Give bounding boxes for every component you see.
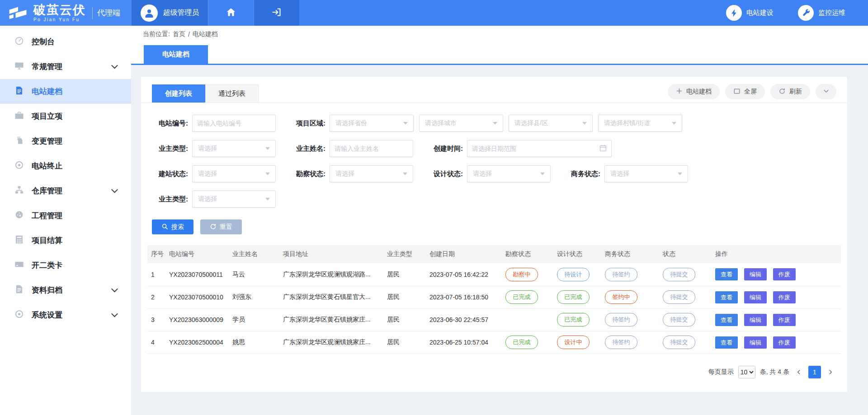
void-button[interactable]: 作废	[773, 336, 796, 349]
sidebar-item-station-termination[interactable]: 电站终止	[0, 154, 131, 178]
fullscreen-button[interactable]: 全屏	[725, 84, 765, 99]
view-button[interactable]: 查看	[715, 291, 738, 303]
sidebar-item-console[interactable]: 控制台	[0, 29, 131, 54]
tab-station-filing[interactable]: 电站建档	[144, 45, 208, 64]
city-select[interactable]: 请选择城市	[419, 115, 503, 132]
nav-monitor-ops[interactable]: 监控运维	[798, 5, 845, 21]
sidebar-item-type2-card[interactable]: 开二类卡	[0, 253, 131, 278]
owner-name-input[interactable]	[330, 140, 413, 157]
business-status-badge: 待签约	[605, 336, 637, 349]
chevron-down-icon	[110, 285, 119, 295]
home-button[interactable]	[208, 0, 254, 26]
divider	[92, 7, 93, 19]
breadcrumb: 当前位置: 首页 / 电站建档	[131, 26, 868, 43]
survey-status-select[interactable]: 请选择	[330, 165, 413, 182]
region-label: 项目区域:	[289, 119, 326, 128]
chevron-down-icon	[110, 310, 119, 320]
wrench-icon	[798, 5, 814, 21]
status-badge: 待提交	[663, 336, 695, 349]
sidebar: 控制台 常规管理 电站建档 项目立项	[0, 26, 131, 415]
caret-down-icon	[265, 173, 270, 175]
design-status-label: 设计状态:	[427, 170, 463, 178]
add-station-button[interactable]: 电站建档	[668, 84, 720, 99]
plus-icon	[676, 88, 683, 96]
sidebar-item-system-settings[interactable]: 系统设置	[0, 303, 131, 327]
edit-button[interactable]: 编辑	[744, 314, 767, 326]
business-status-select[interactable]: 请选择	[604, 165, 688, 182]
design-status-badge: 已完成	[557, 313, 590, 326]
province-select[interactable]: 请选择省份	[330, 115, 414, 132]
logout-button[interactable]	[254, 0, 299, 26]
survey-status-badge: 勘察中	[505, 268, 538, 281]
user-menu[interactable]: 超级管理员	[131, 0, 208, 26]
view-button[interactable]: 查看	[715, 336, 738, 349]
monitor-icon	[14, 61, 24, 72]
void-button[interactable]: 作废	[773, 291, 796, 303]
void-button[interactable]: 作废	[773, 268, 796, 280]
document-icon	[14, 86, 24, 97]
reset-icon	[210, 223, 217, 231]
town-select[interactable]: 请选择村镇/街道	[598, 115, 682, 132]
sidebar-item-project-initiation[interactable]: 项目立项	[0, 104, 131, 129]
sidebar-item-warehouse-mgmt[interactable]: 仓库管理	[0, 178, 131, 203]
view-button[interactable]: 查看	[715, 268, 738, 280]
search-button[interactable]: 搜索	[152, 219, 193, 234]
chevron-down-icon	[110, 186, 119, 196]
nav-station-build[interactable]: 电站建设	[726, 5, 774, 21]
sidebar-item-data-archive[interactable]: 资料归档	[0, 278, 131, 303]
sidebar-item-project-settlement[interactable]: 项目结算	[0, 228, 131, 253]
tab-passed-list[interactable]: 通过列表	[205, 84, 259, 103]
credit-card-icon	[14, 260, 24, 271]
sidebar-item-change-mgmt[interactable]: 变更管理	[0, 129, 131, 154]
breadcrumb-separator: /	[188, 31, 190, 38]
refresh-button[interactable]: 刷新	[770, 84, 810, 99]
owner-type-select[interactable]: 请选择	[192, 140, 276, 157]
county-select[interactable]: 请选择县/区	[509, 115, 593, 132]
date-range-input[interactable]	[467, 140, 612, 157]
caret-down-icon	[672, 122, 676, 125]
reset-button[interactable]: 重置	[200, 219, 242, 234]
prev-page-button[interactable]	[794, 369, 804, 375]
chevron-down-icon	[823, 88, 830, 96]
caret-down-icon	[540, 173, 545, 175]
station-no-input[interactable]	[192, 115, 276, 132]
survey-status-badge: 已完成	[505, 336, 538, 349]
caret-down-icon	[403, 173, 407, 175]
breadcrumb-home-link[interactable]: 首页	[173, 30, 185, 38]
station-no-label: 电站编号:	[152, 119, 188, 128]
caret-down-icon	[265, 198, 270, 201]
build-status-select[interactable]: 请选择	[192, 165, 276, 182]
owner-name-label: 业主姓名:	[289, 145, 326, 153]
total-label: 条, 共 4 条	[760, 368, 789, 376]
edit-button[interactable]: 编辑	[744, 268, 767, 280]
collapse-toolbar-button[interactable]	[816, 84, 836, 99]
next-page-button[interactable]	[826, 369, 835, 375]
portal-label: 代理端	[97, 8, 120, 18]
view-button[interactable]: 查看	[715, 314, 738, 326]
per-page-select[interactable]: 10	[738, 366, 755, 378]
business-status-badge: 签约中	[605, 290, 637, 304]
edit-button[interactable]: 编辑	[744, 291, 767, 303]
stop-circle-icon	[14, 160, 24, 172]
owner-type2-select[interactable]: 请选择	[192, 191, 276, 208]
edit-button[interactable]: 编辑	[744, 336, 767, 349]
settings-disc-icon	[14, 309, 24, 321]
lightning-icon	[726, 5, 742, 21]
owner-type2-label: 业主类型:	[152, 195, 188, 204]
copy-files-icon	[14, 135, 24, 147]
gauge-icon	[14, 36, 24, 47]
breadcrumb-current: 电站建档	[193, 30, 218, 38]
sidebar-item-general-mgmt[interactable]: 常规管理	[0, 54, 131, 79]
table-row: 1 YX2023070500011 马云 广东深圳龙华区观澜镇观湖路... 居民…	[147, 263, 841, 286]
page-number-current[interactable]: 1	[808, 366, 821, 378]
tab-create-list[interactable]: 创建列表	[152, 84, 205, 103]
status-badge: 待提交	[663, 268, 695, 281]
create-time-label: 创建时间:	[427, 145, 463, 153]
business-status-badge: 待签约	[605, 313, 637, 326]
logout-icon	[271, 7, 282, 19]
void-button[interactable]: 作废	[773, 314, 796, 326]
design-status-select[interactable]: 请选择	[467, 165, 551, 182]
sidebar-item-engineering-mgmt[interactable]: 工程管理	[0, 203, 131, 228]
sidebar-item-station-filing[interactable]: 电站建档	[0, 79, 131, 104]
sitemap-icon	[14, 185, 24, 196]
